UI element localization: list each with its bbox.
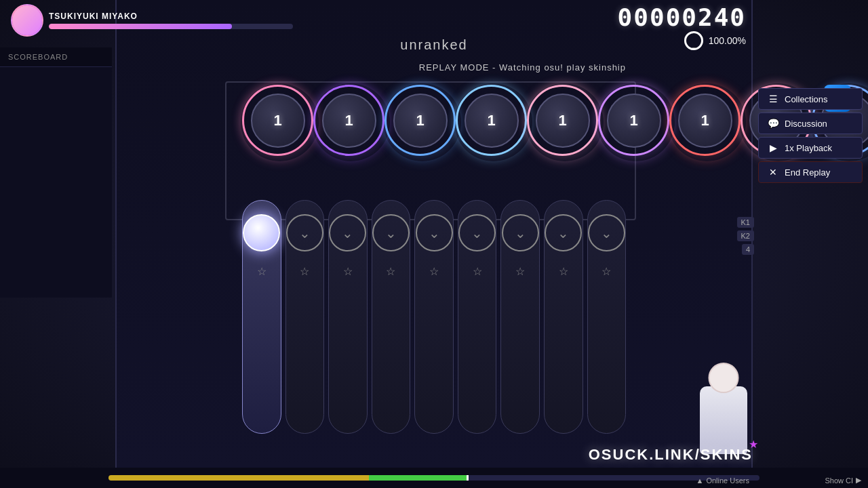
online-users-label: Online Users — [706, 476, 749, 485]
key-star-9: ☆ — [601, 265, 611, 278]
key-column-5[interactable]: ⌄ ☆ — [414, 200, 454, 434]
hit-circle-6: 1 — [598, 85, 669, 156]
key-column-circle-3: ⌄ — [329, 214, 366, 251]
down-arrow-9: ⌄ — [601, 225, 612, 241]
hit-circle-outer-6: 1 — [598, 85, 669, 156]
hit-circle-7: 1 — [669, 85, 741, 156]
down-arrow-7: ⌄ — [515, 225, 526, 241]
down-arrow-6: ⌄ — [471, 225, 483, 241]
key-column-2[interactable]: ⌄ ☆ — [285, 200, 325, 434]
k2-label: K2 — [737, 230, 754, 241]
key-star-4: ☆ — [386, 265, 395, 278]
hit-circle-ring-5 — [526, 83, 604, 161]
online-users-icon: ▲ — [696, 476, 704, 485]
key-column-circle-4: ⌄ — [372, 214, 410, 251]
down-arrow-3: ⌄ — [342, 225, 353, 241]
discussion-label: Discussion — [785, 119, 827, 129]
key-star-1: ☆ — [257, 265, 267, 278]
key-column-circle-7: ⌄ — [502, 214, 539, 251]
key-column-9[interactable]: ⌄ ☆ — [587, 200, 627, 434]
down-arrow-8: ⌄ — [557, 225, 569, 241]
show-ci-icon: ▶ — [856, 476, 861, 485]
play-icon: ▶ — [767, 142, 779, 153]
replay-mode-text: REPLAY MODE - Watching osu! play skinshi… — [419, 62, 626, 73]
hit-circle-outer-5: 1 — [527, 85, 598, 156]
hit-circle-ring-4 — [454, 83, 532, 161]
progress-bar-fill — [49, 24, 232, 29]
circles-row: 1 1 1 — [235, 78, 633, 163]
key-column-circle-1 — [243, 214, 280, 251]
hit-circle-2: 1 — [313, 85, 384, 156]
timeline-cursor — [467, 475, 469, 481]
hit-circle-1: 1 — [242, 85, 313, 156]
key-star-2: ☆ — [300, 265, 309, 278]
down-arrow-5: ⌄ — [429, 225, 440, 241]
key-star-5: ☆ — [429, 265, 439, 278]
sprite-head — [709, 363, 739, 393]
k4-label: 4 — [742, 244, 754, 255]
hit-circle-outer-2: 1 — [313, 85, 384, 156]
online-users-button[interactable]: ▲ Online Users — [696, 476, 749, 485]
key-star-3: ☆ — [343, 265, 353, 278]
timeline-fill-yellow — [108, 475, 369, 481]
hit-circle-ring-6 — [597, 83, 675, 161]
show-ci-label: Show CI — [825, 476, 853, 485]
sprite-body — [700, 386, 747, 454]
key-column-8[interactable]: ⌄ ☆ — [544, 200, 583, 434]
hit-circle-ring-1 — [241, 83, 319, 161]
show-ci-button[interactable]: Show CI ▶ — [825, 476, 861, 485]
key-column-circle-2: ⌄ — [286, 214, 323, 251]
top-hud: TSUKIYUKI MIYAKO — [0, 0, 868, 41]
playback-button[interactable]: ▶ 1x Playback — [758, 137, 863, 159]
key-column-circle-9: ⌄ — [588, 214, 625, 251]
player-info: TSUKIYUKI MIYAKO — [49, 12, 293, 29]
player-avatar — [11, 4, 43, 37]
progress-bar-container — [49, 24, 293, 29]
hit-circle-5: 1 — [527, 85, 598, 156]
collections-button[interactable]: ☰ Collections — [758, 88, 863, 110]
osuck-link: OSUCK.LINK/SKINS — [589, 446, 753, 464]
hit-circle-outer-4: 1 — [456, 85, 527, 156]
key-star-7: ☆ — [515, 265, 525, 278]
play-area: unranked REPLAY MODE - Watching osu! pla… — [115, 0, 753, 468]
key-column-6[interactable]: ⌄ ☆ — [458, 200, 497, 434]
avatar-image — [12, 5, 42, 35]
hit-circle-4: 1 — [456, 85, 527, 156]
hit-circle-3: 1 — [384, 85, 456, 156]
scoreboard-body — [0, 67, 112, 298]
key-columns-area: ☆ ⌄ ☆ ⌄ ☆ ⌄ ☆ ⌄ ☆ — [235, 193, 633, 441]
key-column-circle-8: ⌄ — [545, 214, 582, 251]
end-replay-button[interactable]: ✕ End Replay — [758, 161, 863, 183]
key-labels-panel: K1 K2 4 — [737, 217, 754, 255]
key-column-circle-6: ⌄ — [458, 214, 496, 251]
character-sprite — [693, 373, 754, 454]
right-panel: ☰ Collections 💬 Discussion ▶ 1x Playback… — [753, 88, 868, 183]
hit-circle-ring-7 — [668, 83, 746, 161]
end-replay-label: End Replay — [785, 167, 830, 178]
k1-label: K1 — [737, 217, 754, 228]
collections-label: Collections — [785, 94, 828, 104]
key-column-4[interactable]: ⌄ ☆ — [372, 200, 411, 434]
key-column-3[interactable]: ⌄ ☆ — [328, 200, 368, 434]
hit-circle-outer-3: 1 — [384, 85, 456, 156]
down-arrow-2: ⌄ — [299, 225, 311, 241]
hit-circle-ring-3 — [383, 83, 461, 161]
key-column-7[interactable]: ⌄ ☆ — [500, 200, 540, 434]
key-column-1[interactable]: ☆ — [242, 200, 281, 434]
x-icon: ✕ — [767, 167, 779, 178]
discussion-icon: 💬 — [767, 118, 779, 129]
scoreboard-label: SCOREBOARD — [0, 47, 112, 67]
timeline[interactable] — [108, 475, 760, 481]
playback-label: 1x Playback — [785, 143, 832, 153]
key-star-8: ☆ — [559, 265, 568, 278]
key-column-circle-5: ⌄ — [416, 214, 453, 251]
accuracy-circle-fill — [686, 47, 701, 48]
player-name: TSUKIYUKI MIYAKO — [49, 12, 293, 21]
timeline-fill-green — [369, 475, 467, 481]
hit-circle-outer-7: 1 — [669, 85, 741, 156]
collections-icon: ☰ — [767, 94, 779, 104]
discussion-button[interactable]: 💬 Discussion — [758, 113, 863, 134]
scoreboard-panel: SCOREBOARD — [0, 47, 112, 298]
hit-circle-ring-2 — [312, 83, 390, 161]
down-arrow-4: ⌄ — [385, 225, 397, 241]
